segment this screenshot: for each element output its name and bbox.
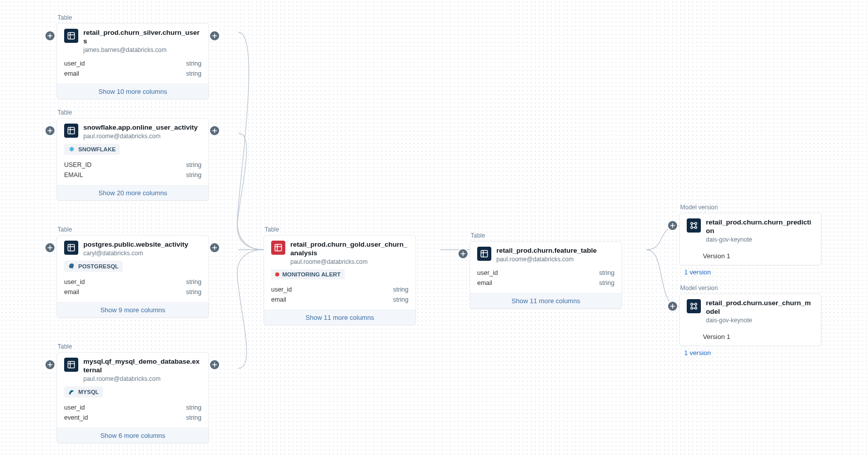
show-more-columns[interactable]: Show 9 more columns: [57, 302, 209, 317]
expand-downstream-button[interactable]: [210, 243, 219, 252]
table-icon: [64, 124, 78, 138]
node-owner: caryl@databricks.com: [83, 250, 201, 257]
table-node-mysql[interactable]: Table mysql.qf_mysql_demo_database.exter…: [57, 343, 209, 443]
node-type-label: Table: [58, 14, 209, 21]
table-node-postgres[interactable]: Table postgres.public.website_activity c…: [57, 226, 209, 318]
node-type-label: Model version: [680, 285, 822, 292]
node-owner: paul.roome@databricks.com: [83, 133, 201, 140]
monitoring-alert-badge: MONITORING ALERT: [271, 269, 345, 279]
node-owner: dais-gov-keynote: [706, 236, 814, 243]
table-node-churn-gold[interactable]: Table retail_prod.churn_gold.user_churn_…: [264, 226, 416, 325]
svg-rect-15: [481, 251, 488, 257]
table-node-snowflake[interactable]: Table snowflake.app.online_user_activity…: [57, 109, 209, 201]
svg-point-21: [695, 226, 697, 229]
svg-rect-0: [68, 33, 75, 39]
expand-downstream-button[interactable]: [210, 31, 219, 40]
node-title: mysql.qf_mysql_demo_database.external: [83, 358, 201, 375]
expand-upstream-button[interactable]: [668, 221, 677, 230]
source-badge-postgresql: POSTGRESQL: [64, 261, 123, 272]
node-owner: dais-gov-keynote: [706, 317, 814, 324]
model-node-user-churn-model[interactable]: Model version retail_prod.churn.user_chu…: [679, 285, 822, 357]
column-list: user_idstring emailstring: [477, 268, 615, 288]
svg-point-19: [695, 222, 697, 224]
lineage-canvas[interactable]: Table retail_prod.churn_silver.churn_use…: [0, 0, 868, 455]
svg-rect-9: [68, 362, 75, 368]
show-more-columns[interactable]: Show 20 more columns: [57, 185, 209, 200]
svg-point-25: [695, 307, 697, 309]
alert-dot-icon: [275, 272, 279, 276]
table-node-feature-table[interactable]: Table retail_prod.churn.feature_table pa…: [470, 232, 622, 309]
expand-upstream-button[interactable]: [45, 31, 55, 40]
mysql-icon: [68, 388, 75, 395]
column-list: user_idstring event_idstring: [64, 403, 201, 423]
node-type-label: Table: [58, 226, 209, 233]
table-icon: [271, 241, 285, 255]
node-type-label: Table: [58, 343, 209, 350]
column-list: user_idstring emailstring: [64, 277, 201, 297]
model-node-churn-prediction[interactable]: Model version retail_prod.churn.churn_pr…: [679, 204, 822, 276]
expand-downstream-button[interactable]: [210, 360, 219, 369]
svg-point-20: [691, 226, 693, 229]
node-type-label: Table: [471, 232, 622, 239]
expand-upstream-button[interactable]: [668, 302, 677, 311]
svg-rect-12: [275, 245, 282, 251]
svg-point-18: [691, 222, 693, 224]
node-title: retail_prod.churn_gold.user_churn_analys…: [290, 241, 409, 258]
column-list: user_idstring emailstring: [271, 285, 409, 305]
table-icon: [64, 29, 78, 43]
column-list: USER_IDstring EMAILstring: [64, 160, 201, 180]
svg-point-24: [691, 307, 693, 309]
source-badge-snowflake: ❄ SNOWFLAKE: [64, 144, 120, 155]
node-title: retail_prod.churn_silver.churn_users: [83, 29, 201, 46]
expand-upstream-button[interactable]: [45, 243, 55, 252]
node-type-label: Table: [58, 109, 209, 116]
node-owner: james.barnes@databricks.com: [83, 46, 201, 53]
source-badge-mysql: MYSQL: [64, 386, 103, 397]
versions-link[interactable]: 1 version: [684, 268, 822, 276]
node-owner: paul.roome@databricks.com: [290, 258, 409, 265]
model-icon: [687, 299, 701, 313]
column-list: user_idstring emailstring: [64, 59, 201, 79]
snowflake-icon: ❄: [68, 146, 75, 153]
table-icon: [64, 241, 78, 255]
model-version-label: Version 1: [680, 329, 821, 346]
show-more-columns[interactable]: Show 11 more columns: [264, 310, 416, 325]
expand-upstream-button[interactable]: [458, 249, 468, 258]
node-title: retail_prod.churn.churn_prediction: [706, 218, 814, 236]
model-version-label: Version 1: [680, 248, 821, 265]
node-owner: paul.roome@databricks.com: [83, 375, 201, 382]
node-title: retail_prod.churn.user_churn_model: [706, 299, 814, 316]
node-type-label: Model version: [680, 204, 822, 211]
node-title: postgres.public.website_activity: [83, 241, 201, 249]
svg-point-23: [695, 303, 697, 305]
node-owner: paul.roome@databricks.com: [496, 256, 615, 263]
svg-rect-6: [68, 245, 75, 251]
show-more-columns[interactable]: Show 10 more columns: [57, 84, 209, 99]
node-title: snowflake.app.online_user_activity: [83, 124, 201, 132]
show-more-columns[interactable]: Show 11 more columns: [470, 293, 622, 308]
show-more-columns[interactable]: Show 6 more columns: [57, 428, 209, 443]
expand-upstream-button[interactable]: [45, 126, 55, 135]
svg-point-22: [691, 303, 693, 305]
expand-downstream-button[interactable]: [210, 126, 219, 135]
table-icon: [477, 247, 491, 261]
node-type-label: Table: [265, 226, 416, 233]
svg-rect-3: [68, 128, 75, 134]
node-title: retail_prod.churn.feature_table: [496, 247, 615, 255]
model-icon: [687, 218, 701, 233]
versions-link[interactable]: 1 version: [684, 349, 822, 357]
table-node-churn-silver[interactable]: Table retail_prod.churn_silver.churn_use…: [57, 14, 209, 99]
table-icon: [64, 358, 78, 372]
postgresql-icon: [68, 263, 75, 270]
expand-upstream-button[interactable]: [45, 360, 55, 369]
